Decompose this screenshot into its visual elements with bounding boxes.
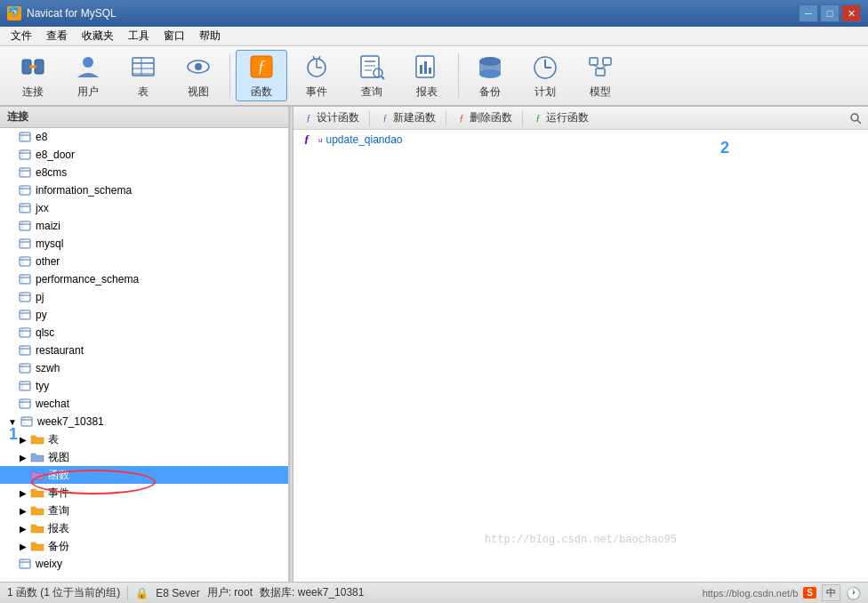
connect-icon xyxy=(19,52,47,81)
tree-item-e8cms[interactable]: e8cms xyxy=(0,164,288,181)
search-button[interactable] xyxy=(847,109,864,127)
run-icon: ƒ xyxy=(533,112,543,125)
func-btn-run[interactable]: ƒ运行函数 xyxy=(526,109,595,127)
new-icon: ƒ xyxy=(380,112,390,125)
sidebar-header: 连接 xyxy=(0,107,288,128)
func-toolbar-right xyxy=(597,109,864,127)
tree-item-weixy[interactable]: weixy xyxy=(0,555,288,573)
db-icon xyxy=(18,254,32,269)
tree-item-week7_reports[interactable]: ▶报表 xyxy=(0,519,288,537)
tree-label-py: py xyxy=(36,309,47,321)
table-icon xyxy=(129,52,157,81)
tree-item-e8[interactable]: e8 xyxy=(0,128,288,146)
expand-arrow-week7_tables[interactable]: ▶ xyxy=(18,434,28,445)
menu-item-查看[interactable]: 查看 xyxy=(39,27,75,45)
folder-icon xyxy=(30,503,44,518)
menu-item-窗口[interactable]: 窗口 xyxy=(157,27,192,45)
toolbar-btn-backup[interactable]: 备份 xyxy=(464,50,516,101)
svg-rect-56 xyxy=(20,221,30,230)
expand-arrow-week7_reports[interactable]: ▶ xyxy=(18,523,28,534)
tree-item-jxx[interactable]: jxx xyxy=(0,199,288,217)
watermark: http://blog.csdn.net/baochao95 xyxy=(485,534,677,546)
db-icon xyxy=(18,326,32,340)
toolbar-btn-user[interactable]: 用户 xyxy=(62,50,114,101)
svg-point-32 xyxy=(479,69,501,78)
expand-arrow-week7_events[interactable]: ▶ xyxy=(18,487,28,498)
sidebar-tree[interactable]: e8e8_doore8cmsinformation_schemajxxmaizi… xyxy=(0,128,288,582)
tree-item-qlsc[interactable]: qlsc xyxy=(0,324,288,342)
db-icon xyxy=(18,183,32,197)
tree-item-week7_tables[interactable]: ▶表 xyxy=(0,430,288,448)
main-area: 连接 e8e8_doore8cmsinformation_schemajxxma… xyxy=(0,107,868,582)
toolbar-btn-function[interactable]: ƒ函数 xyxy=(236,50,287,101)
tree-item-wechat[interactable]: wechat xyxy=(0,395,288,413)
tree-item-restaurant[interactable]: restaurant xyxy=(0,342,288,359)
user-icon xyxy=(74,52,102,81)
sidebar-title: 连接 xyxy=(7,109,28,125)
func-btn-delete[interactable]: ƒ删除函数 xyxy=(450,109,518,127)
tree-item-mysql[interactable]: mysql xyxy=(0,235,288,253)
expand-arrow-week7_functions[interactable] xyxy=(18,470,28,480)
svg-point-12 xyxy=(195,63,202,70)
restore-button[interactable]: □ xyxy=(820,4,840,22)
func-sep-2 xyxy=(446,110,446,126)
func-item-icon-update_qiandao: ƒ xyxy=(301,132,313,148)
minimize-button[interactable]: ─ xyxy=(799,4,818,22)
content-area: ƒuupdate_qiandao 2 http://blog.csdn.net/… xyxy=(293,130,868,582)
toolbar-btn-query[interactable]: 查询 xyxy=(346,50,398,101)
tree-item-e8_door[interactable]: e8_door xyxy=(0,146,288,164)
tree-item-maizi[interactable]: maizi xyxy=(0,217,288,235)
tree-item-week7_queries[interactable]: ▶查询 xyxy=(0,502,288,519)
toolbar-btn-model[interactable]: 模型 xyxy=(575,50,626,101)
sidebar: 连接 e8e8_doore8cmsinformation_schemajxxma… xyxy=(0,107,289,582)
toolbar-sep-4 xyxy=(229,53,230,98)
tree-item-week7_functions[interactable]: 函数 xyxy=(0,466,288,484)
svg-rect-6 xyxy=(133,58,154,76)
schedule-label: 计划 xyxy=(534,84,556,100)
tree-item-other[interactable]: other xyxy=(0,253,288,270)
toolbar-sep-8 xyxy=(458,53,459,98)
tree-item-week7_views[interactable]: ▶视图 xyxy=(0,448,288,466)
tree-item-performance_schema[interactable]: performance_schema xyxy=(0,270,288,288)
func-sep-1 xyxy=(369,110,370,126)
func-item-update_qiandao[interactable]: ƒuupdate_qiandao xyxy=(293,130,868,149)
tree-label-pj: pj xyxy=(36,291,44,303)
toolbar-btn-view[interactable]: 视图 xyxy=(173,50,224,101)
expand-arrow-week7_backups[interactable]: ▶ xyxy=(18,541,28,551)
delete-icon: ƒ xyxy=(456,112,467,125)
folder-icon xyxy=(30,539,44,553)
menu-item-工具[interactable]: 工具 xyxy=(121,27,157,45)
toolbar-btn-report[interactable]: 报表 xyxy=(401,50,453,101)
toolbar-btn-event[interactable]: 事件 xyxy=(291,50,342,101)
tree-item-information_schema[interactable]: information_schema xyxy=(0,181,288,199)
svg-rect-68 xyxy=(20,293,30,302)
expand-arrow-week7_views[interactable]: ▶ xyxy=(18,452,28,462)
svg-rect-62 xyxy=(20,257,30,266)
toolbar-btn-schedule[interactable]: 计划 xyxy=(519,50,571,101)
menu-item-帮助[interactable]: 帮助 xyxy=(192,27,228,45)
status-sep-1 xyxy=(127,586,128,600)
func-btn-new[interactable]: ƒ新建函数 xyxy=(374,109,442,127)
status-text: 1 函数 (1 位于当前的组) xyxy=(7,585,120,600)
tree-item-week7_backups[interactable]: ▶备份 xyxy=(0,537,288,555)
tree-item-szwh[interactable]: szwh xyxy=(0,359,288,377)
svg-rect-77 xyxy=(20,346,30,355)
tree-item-pj[interactable]: pj xyxy=(0,288,288,306)
svg-line-100 xyxy=(857,120,861,124)
expand-arrow-week7_queries[interactable]: ▶ xyxy=(18,505,28,516)
schedule-icon xyxy=(531,52,559,81)
tree-item-py[interactable]: py xyxy=(0,306,288,324)
svg-rect-20 xyxy=(361,56,379,77)
tree-item-tyy[interactable]: tyy xyxy=(0,377,288,395)
tree-item-week7_events[interactable]: ▶事件 xyxy=(0,484,288,502)
function-toolbar: ƒ设计函数ƒ新建函数ƒ删除函数ƒ运行函数 xyxy=(293,107,868,130)
menu-item-文件[interactable]: 文件 xyxy=(4,27,39,45)
toolbar-btn-connect[interactable]: 连接 xyxy=(7,50,59,101)
design-icon: ƒ xyxy=(303,112,314,125)
menu-item-收藏夹[interactable]: 收藏夹 xyxy=(75,27,121,45)
toolbar-btn-table[interactable]: 表 xyxy=(117,50,169,101)
func-btn-design[interactable]: ƒ设计函数 xyxy=(297,109,366,127)
close-button[interactable]: ✕ xyxy=(841,4,861,22)
svg-text:ƒ: ƒ xyxy=(307,113,311,123)
tree-item-week7_10381[interactable]: ▼week7_10381 xyxy=(0,413,288,430)
